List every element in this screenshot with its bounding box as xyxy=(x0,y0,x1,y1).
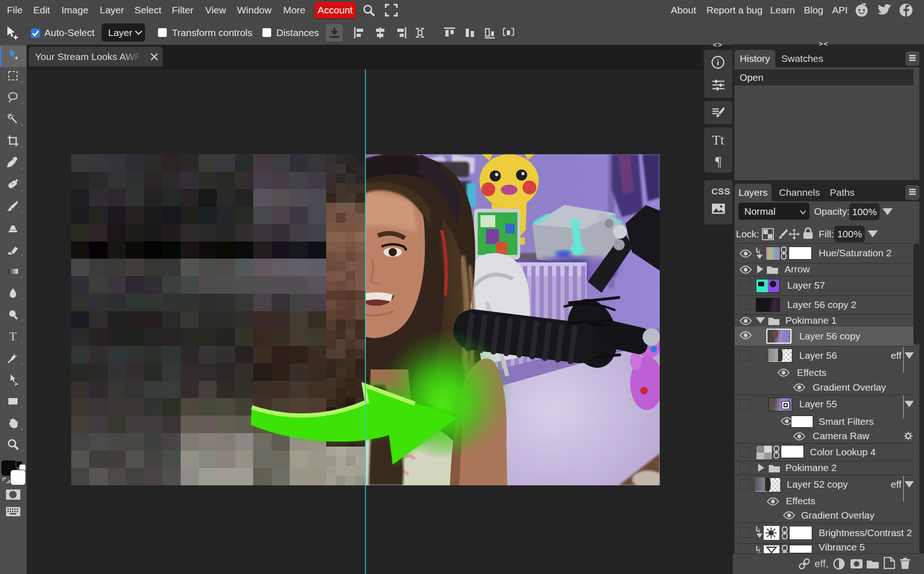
svg-text:T: T xyxy=(9,330,17,343)
